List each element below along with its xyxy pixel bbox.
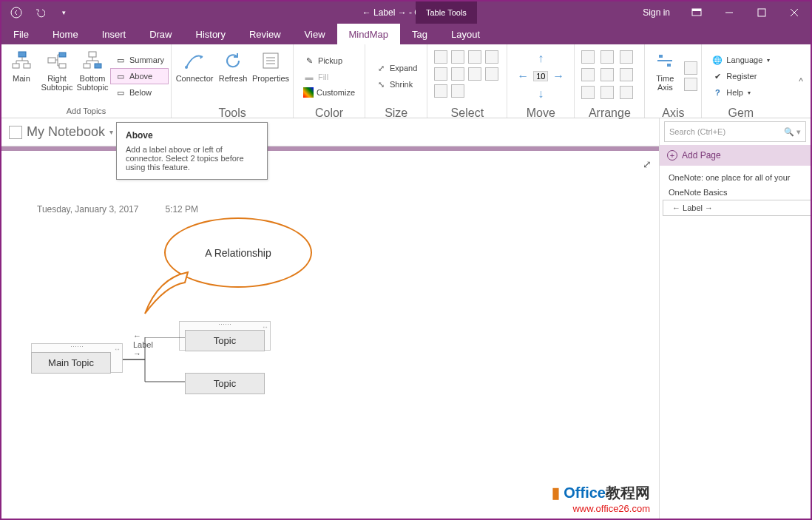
below-button[interactable]: ▭Below bbox=[110, 84, 169, 101]
customize-button[interactable]: Customize bbox=[299, 85, 359, 100]
minimize-icon[interactable] bbox=[713, 1, 745, 24]
select-btn-2[interactable] bbox=[451, 50, 464, 64]
group-color: ✎Pickup ▬Fill Customize Color bbox=[294, 44, 365, 118]
tab-home[interactable]: Home bbox=[41, 24, 90, 44]
svg-rect-22 bbox=[659, 55, 663, 58]
tab-insert[interactable]: Insert bbox=[90, 24, 138, 44]
arrange-btn-7[interactable] bbox=[581, 86, 595, 99]
select-btn-6[interactable] bbox=[451, 67, 464, 81]
axis-btn-1[interactable] bbox=[684, 61, 697, 75]
move-down-icon[interactable]: ↓ bbox=[538, 87, 544, 101]
ribbon-display-icon[interactable] bbox=[680, 1, 713, 24]
select-btn-8[interactable] bbox=[485, 67, 498, 81]
arrange-btn-6[interactable] bbox=[620, 68, 633, 81]
tab-review[interactable]: Review bbox=[237, 24, 293, 44]
group-label-add-topics: Add Topics bbox=[4, 107, 169, 118]
tab-history[interactable]: History bbox=[184, 24, 237, 44]
arrange-btn-9[interactable] bbox=[620, 86, 633, 99]
fill-button[interactable]: ▬Fill bbox=[299, 69, 359, 85]
summary-button[interactable]: ▭Summary bbox=[110, 52, 169, 68]
select-btn-7[interactable] bbox=[468, 67, 481, 81]
arrange-btn-1[interactable] bbox=[581, 50, 595, 64]
connector-button[interactable]: Connector bbox=[174, 46, 215, 107]
arrange-btn-8[interactable] bbox=[600, 86, 614, 99]
fullscreen-icon[interactable]: ⤢ bbox=[643, 158, 652, 170]
bottom-subtopic-icon bbox=[81, 49, 104, 72]
axis-btn-2[interactable] bbox=[684, 78, 697, 91]
callout-shape[interactable]: A Relationship bbox=[164, 217, 312, 306]
move-step-value[interactable]: 10 bbox=[533, 71, 548, 81]
tab-layout[interactable]: Layout bbox=[439, 24, 492, 44]
back-icon[interactable] bbox=[9, 5, 24, 20]
time-axis-button[interactable]: Time Axis bbox=[647, 46, 683, 107]
tab-file[interactable]: File bbox=[1, 24, 41, 44]
help-icon: ? bbox=[711, 87, 723, 98]
signin-link[interactable]: Sign in bbox=[632, 7, 680, 18]
topic1-box[interactable]: Topic bbox=[185, 330, 265, 351]
help-button[interactable]: ?Help▾ bbox=[707, 84, 774, 101]
page-time: 5:12 PM bbox=[165, 204, 198, 215]
main-topic-icon bbox=[10, 49, 33, 72]
topic2-box[interactable]: Topic bbox=[185, 373, 265, 394]
undo-icon[interactable] bbox=[33, 5, 47, 20]
page-item-2[interactable]: OneNote Basics bbox=[660, 185, 811, 200]
main-label: Main bbox=[13, 74, 30, 83]
register-button[interactable]: ✔Register bbox=[707, 68, 774, 84]
above-button[interactable]: ▭Above bbox=[110, 68, 169, 84]
add-page-button[interactable]: + Add Page bbox=[660, 145, 811, 166]
drag-handle-icon[interactable]: ⋯⋯ bbox=[180, 322, 270, 328]
search-input[interactable]: Search (Ctrl+E) 🔍 ▾ bbox=[664, 121, 806, 142]
arrange-btn-5[interactable] bbox=[600, 68, 614, 81]
resize-handle-icon[interactable]: ↔ bbox=[114, 345, 121, 353]
main-button[interactable]: Main bbox=[4, 46, 39, 107]
search-icon[interactable]: 🔍 ▾ bbox=[784, 127, 801, 137]
notebook-dropdown-icon[interactable]: ▾ bbox=[109, 128, 113, 136]
select-btn-10[interactable] bbox=[451, 84, 464, 98]
expand-button[interactable]: ⤢Expand bbox=[371, 60, 422, 76]
qat-more-icon[interactable]: ▾ bbox=[56, 5, 71, 20]
select-btn-3[interactable] bbox=[468, 50, 481, 64]
contextual-tab-label[interactable]: Table Tools bbox=[416, 1, 477, 24]
group-select: Select bbox=[427, 44, 507, 118]
select-btn-5[interactable] bbox=[434, 67, 447, 81]
drag-handle-icon[interactable]: ⋯⋯ bbox=[32, 344, 122, 350]
maximize-icon[interactable] bbox=[745, 1, 778, 24]
page-item-1[interactable]: OneNote: one place for all of your bbox=[660, 170, 811, 185]
notebook-icon[interactable] bbox=[9, 126, 22, 139]
svg-point-16 bbox=[185, 66, 188, 69]
collapse-ribbon-icon[interactable]: ^ bbox=[791, 44, 811, 118]
tab-view[interactable]: View bbox=[293, 24, 337, 44]
page-item-3[interactable]: ← Label → bbox=[663, 200, 811, 216]
tab-draw[interactable]: Draw bbox=[138, 24, 183, 44]
close-icon[interactable] bbox=[778, 1, 811, 24]
expand-icon: ⤢ bbox=[375, 62, 387, 74]
ribbon: Main Right Subtopic Bottom Subtopic ▭Sum… bbox=[1, 44, 811, 118]
page-date: Tuesday, January 3, 2017 bbox=[37, 204, 138, 215]
notebook-title[interactable]: My Notebook bbox=[27, 124, 105, 140]
main-topic-box[interactable]: Main Topic bbox=[31, 352, 111, 374]
tab-tag[interactable]: Tag bbox=[400, 24, 439, 44]
page-canvas[interactable]: ⤢ Tuesday, January 3, 2017 5:12 PM A Rel… bbox=[1, 151, 659, 519]
move-up-icon[interactable]: ↑ bbox=[538, 52, 544, 65]
watermark-logo-icon: ▮ bbox=[552, 484, 560, 501]
tooltip-body: Add a label above or left of connector. … bbox=[126, 145, 258, 172]
select-btn-1[interactable] bbox=[434, 50, 447, 64]
shrink-button[interactable]: ⤡Shrink bbox=[371, 76, 422, 92]
language-button[interactable]: 🌐Language▾ bbox=[707, 52, 774, 68]
right-subtopic-button[interactable]: Right Subtopic bbox=[39, 46, 75, 107]
connector-icon bbox=[183, 49, 206, 72]
arrange-btn-4[interactable] bbox=[581, 68, 595, 81]
plus-icon: + bbox=[667, 150, 677, 161]
summary-icon: ▭ bbox=[115, 54, 126, 66]
properties-button[interactable]: Properties bbox=[251, 46, 291, 107]
move-right-icon[interactable]: → bbox=[552, 70, 564, 83]
move-left-icon[interactable]: ← bbox=[517, 70, 529, 83]
select-btn-9[interactable] bbox=[434, 84, 447, 98]
tab-mindmap[interactable]: MindMap bbox=[337, 24, 400, 44]
arrange-btn-3[interactable] bbox=[620, 50, 633, 64]
refresh-button[interactable]: Refresh bbox=[215, 46, 251, 107]
arrange-btn-2[interactable] bbox=[600, 50, 614, 64]
pickup-button[interactable]: ✎Pickup bbox=[299, 53, 359, 69]
select-btn-4[interactable] bbox=[485, 50, 498, 64]
bottom-subtopic-button[interactable]: Bottom Subtopic bbox=[75, 46, 110, 107]
